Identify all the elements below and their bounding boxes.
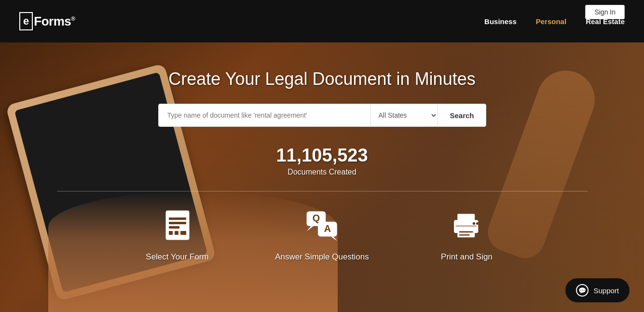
svg-rect-18	[459, 234, 469, 236]
nav-business[interactable]: Business	[484, 17, 517, 26]
svg-point-21	[476, 222, 478, 225]
counter-area: 11,105,523 Documents Created	[276, 145, 368, 176]
svg-rect-6	[175, 231, 178, 235]
svg-rect-16	[457, 229, 475, 237]
svg-rect-19	[455, 225, 476, 227]
svg-rect-15	[457, 214, 475, 222]
sign-in-button[interactable]: Sign In	[585, 5, 625, 19]
header: e Forms® Business Personal Real Estate S…	[0, 0, 644, 42]
hero-divider	[57, 191, 588, 191]
qa-icon: Q A	[303, 206, 342, 244]
hero-content: Create Your Legal Document in Minutes Al…	[0, 42, 644, 312]
svg-rect-2	[169, 217, 186, 220]
search-input[interactable]	[159, 104, 370, 126]
step-answer-questions-label: Answer Simple Questions	[275, 252, 369, 262]
steps-area: Select Your Form Q A Answer	[105, 206, 539, 262]
svg-rect-3	[169, 222, 186, 224]
search-bar: All States AlabamaAlaskaArizona Californ…	[158, 104, 486, 127]
state-select[interactable]: All States AlabamaAlaskaArizona Californ…	[370, 104, 438, 126]
step-print-sign-label: Print and Sign	[441, 252, 493, 262]
form-icon	[158, 206, 197, 244]
support-label: Support	[593, 286, 619, 295]
print-icon	[448, 206, 486, 244]
logo-box: e	[19, 12, 33, 30]
svg-rect-0	[166, 211, 189, 240]
step-print-sign: Print and Sign	[419, 206, 515, 262]
svg-rect-7	[180, 231, 186, 235]
step-answer-questions: Q A Answer Simple Questions	[274, 206, 370, 262]
logo-e-letter: e	[23, 15, 29, 27]
svg-marker-12	[331, 236, 337, 241]
step-select-form-label: Select Your Form	[146, 252, 208, 262]
logo-forms-text: Forms®	[34, 14, 75, 29]
step-select-form: Select Your Form	[129, 206, 226, 262]
counter-number: 11,105,523	[276, 145, 368, 166]
counter-label: Documents Created	[276, 168, 368, 176]
svg-rect-17	[459, 231, 473, 233]
nav-personal[interactable]: Personal	[536, 17, 566, 26]
logo[interactable]: e Forms®	[19, 12, 75, 30]
search-button[interactable]: Search	[438, 104, 485, 126]
svg-rect-5	[169, 231, 173, 235]
svg-point-20	[472, 222, 475, 225]
hero-title: Create Your Legal Document in Minutes	[168, 69, 475, 89]
svg-text:A: A	[324, 223, 330, 234]
svg-marker-9	[306, 226, 313, 231]
support-button[interactable]: 💬 Support	[565, 278, 630, 302]
support-chat-icon: 💬	[576, 284, 589, 297]
svg-rect-4	[169, 226, 179, 229]
svg-text:Q: Q	[312, 213, 319, 223]
hero-section: Create Your Legal Document in Minutes Al…	[0, 42, 644, 312]
